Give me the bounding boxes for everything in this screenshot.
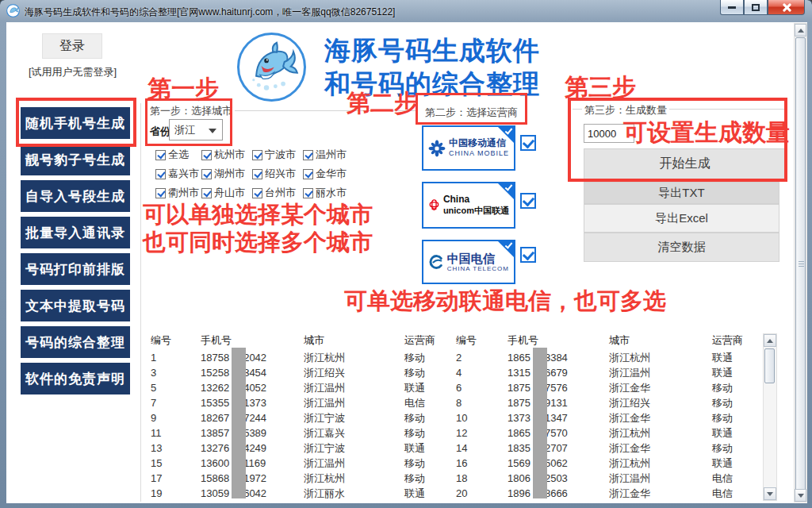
table-row[interactable]: 2 18653384 浙江杭州 联通 xyxy=(456,350,760,365)
col-header-phone: 手机号 xyxy=(201,333,304,349)
table-row[interactable]: 6 18757576 浙江金华 移动 xyxy=(456,380,760,395)
sidebar-item[interactable]: 文本中提取号码 xyxy=(21,290,130,321)
table-row[interactable]: 17 158681972 浙江杭州 移动 xyxy=(151,471,452,486)
col-header-operator: 运营商 xyxy=(712,333,760,349)
annotation-box-sidebar xyxy=(16,98,136,147)
scrollbar-thumb[interactable] xyxy=(795,37,806,491)
col-header-operator: 运营商 xyxy=(404,333,452,349)
checked-checkbox-icon xyxy=(155,188,166,198)
export-txt-button[interactable]: 导出TXT xyxy=(584,182,779,204)
main-scrollbar[interactable] xyxy=(794,23,807,502)
china-telecom-card[interactable]: 中国电信 CHINA TELECOM xyxy=(422,240,515,284)
checked-checkbox-icon xyxy=(303,169,313,179)
table-row[interactable]: 15 136001169 浙江温州 移动 xyxy=(151,456,452,471)
table-row[interactable]: 12 18657570 浙江杭州 联通 xyxy=(456,425,760,441)
table-row[interactable]: 9 182677244 浙江宁波 移动 xyxy=(151,410,452,425)
scroll-down-button[interactable] xyxy=(795,489,806,502)
checked-checkbox-icon xyxy=(201,188,212,198)
login-button[interactable]: 登录 xyxy=(42,33,102,59)
china-telecom-sub: CHINA TELECOM xyxy=(447,265,509,272)
city-checkbox[interactable]: 绍兴市 xyxy=(252,164,303,183)
china-telecom-logo-icon xyxy=(428,248,444,275)
sidebar-item[interactable]: 批量导入通讯录 xyxy=(21,217,130,248)
minimize-button[interactable] xyxy=(720,0,744,15)
col-header-num: 编号 xyxy=(456,333,508,349)
app-window: 海豚号码生成软件和号码的综合整理[官网www.haitunrj.com，唯一客服… xyxy=(0,0,812,508)
annotation-box-step2 xyxy=(416,93,527,125)
maximize-button[interactable] xyxy=(744,0,768,15)
annotation-step2: 第二步 xyxy=(347,87,418,120)
annotation-operator-note: 可单选移动联通电信，也可多选 xyxy=(344,286,666,318)
china-unicom-logo-icon xyxy=(428,189,440,222)
checked-checkbox-icon xyxy=(155,169,166,179)
annotation-box-step1 xyxy=(145,98,232,146)
table-header-right: 编号 手机号 城市 运营商 xyxy=(456,333,760,349)
table-row[interactable]: 8 18759131 浙江绍兴 移动 xyxy=(456,395,760,410)
sidebar-item[interactable]: 号码打印前排版 xyxy=(21,253,130,285)
scroll-up-button[interactable] xyxy=(795,24,806,37)
table-row[interactable]: 5 132624052 浙江温州 联通 xyxy=(151,380,452,395)
triangle-up-icon xyxy=(767,339,773,343)
close-button[interactable] xyxy=(768,0,805,15)
table-row[interactable]: 11 138575389 浙江嘉兴 移动 xyxy=(151,425,452,441)
table-row[interactable]: 3 152583454 浙江绍兴 移动 xyxy=(151,365,452,380)
annotation-step3: 第三步 xyxy=(565,71,636,104)
table-row[interactable]: 4 13156679 浙江温州 联通 xyxy=(456,365,760,380)
scroll-down-button[interactable] xyxy=(764,487,776,500)
export-excel-button[interactable]: 导出Excel xyxy=(584,204,779,233)
city-checkbox[interactable]: 温州市 xyxy=(303,145,358,164)
minimize-icon xyxy=(728,6,736,9)
table-row[interactable]: 18 18062503 浙江温州 电信 xyxy=(456,471,760,486)
china-unicom-card[interactable]: China unicom中国联通 xyxy=(422,182,515,229)
city-checkbox[interactable]: 嘉兴市 xyxy=(155,164,201,183)
city-checkbox[interactable]: 宁波市 xyxy=(252,145,303,164)
sidebar-item[interactable]: 号码的综合整理 xyxy=(21,326,130,358)
login-hint: [试用用户无需登录] xyxy=(29,65,117,79)
sidebar-item[interactable]: 软件的免责声明 xyxy=(21,363,130,394)
china-mobile-card[interactable]: 中国移动通信 CHINA MOBILE xyxy=(422,125,515,171)
checked-checkbox-icon xyxy=(155,150,166,160)
result-table-left: 1 187582042 浙江杭州 移动 3 152583454 浙江绍兴 移动 … xyxy=(151,350,452,501)
scrollbar-thumb[interactable] xyxy=(764,348,775,383)
table-row[interactable]: 14 18352707 浙江金华 移动 xyxy=(456,441,760,456)
table-scrollbar[interactable] xyxy=(763,333,777,501)
china-mobile-checkbox[interactable] xyxy=(520,135,536,151)
triangle-down-icon xyxy=(798,494,804,498)
city-checkbox[interactable]: 杭州市 xyxy=(201,145,252,164)
clear-data-button[interactable]: 清空数据 xyxy=(584,233,779,262)
dolphin-app-icon xyxy=(6,4,20,17)
annotation-city-note2: 也可同时选择多个城市 xyxy=(143,227,373,259)
checked-checkbox-icon xyxy=(303,150,313,160)
table-row[interactable]: 20 18968666 浙江金华 电信 xyxy=(456,486,760,501)
checked-checkbox-icon xyxy=(252,150,262,160)
table-row[interactable]: 1 187582042 浙江杭州 移动 xyxy=(151,350,452,365)
triangle-down-icon xyxy=(767,492,773,496)
censor-bar xyxy=(533,348,547,498)
china-mobile-logo-icon xyxy=(428,134,446,163)
dolphin-logo-icon xyxy=(237,33,306,102)
triangle-up-icon xyxy=(798,29,804,33)
city-checkbox[interactable]: 湖州市 xyxy=(201,164,252,183)
sidebar-item[interactable]: 自导入号段生成 xyxy=(21,180,130,212)
col-header-num: 编号 xyxy=(151,333,201,349)
table-row[interactable]: 19 130596042 浙江丽水 联通 xyxy=(151,486,452,501)
censor-bar xyxy=(232,348,246,498)
table-row[interactable]: 16 15695062 浙江杭州 联通 xyxy=(456,456,760,471)
table-row[interactable]: 10 13731347 浙江金华 移动 xyxy=(456,410,760,425)
city-checkbox[interactable]: 金华市 xyxy=(303,164,358,183)
panel-divider xyxy=(140,103,141,502)
annotation-quantity-note: 可设置生成数量 xyxy=(623,117,790,149)
table-row[interactable]: 7 153551373 浙江温州 电信 xyxy=(151,395,452,410)
sidebar-item[interactable]: 靓号豹子号生成 xyxy=(21,144,130,175)
close-icon xyxy=(782,2,791,12)
table-row[interactable]: 13 132764249 浙江宁波 联通 xyxy=(151,441,452,456)
city-checkbox[interactable]: 全选 xyxy=(155,145,201,164)
col-header-phone: 手机号 xyxy=(508,333,609,349)
scroll-up-button[interactable] xyxy=(764,334,776,347)
col-header-city: 城市 xyxy=(304,333,404,349)
china-telecom-checkbox[interactable] xyxy=(520,247,536,263)
annotation-step1: 第一步 xyxy=(147,73,219,106)
checked-checkbox-icon xyxy=(201,169,212,179)
china-unicom-checkbox[interactable] xyxy=(520,193,536,209)
checked-checkbox-icon xyxy=(252,169,262,179)
